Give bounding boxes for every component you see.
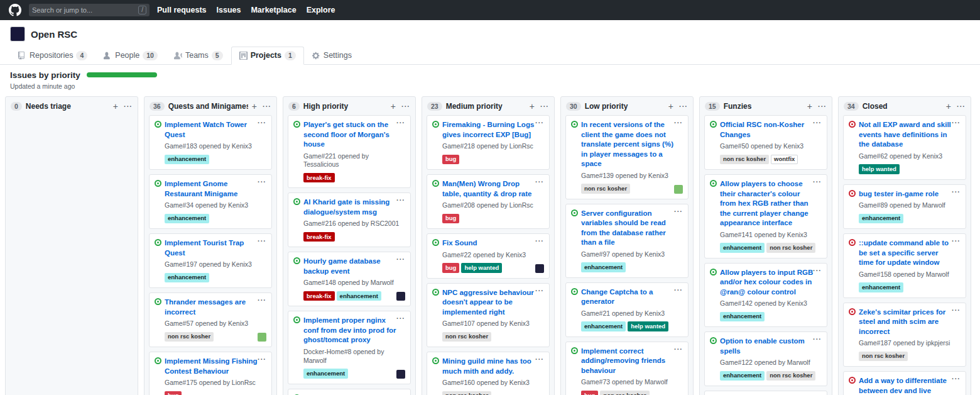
issue-card[interactable]: ··· In recent versions of the client the… bbox=[565, 115, 689, 199]
nav-marketplace[interactable]: Marketplace bbox=[251, 6, 296, 14]
card-title[interactable]: Allow players to input RGB and/or hex co… bbox=[720, 268, 822, 298]
issue-card[interactable]: ··· Implement Gnome Restaurant Minigame … bbox=[149, 174, 272, 229]
nav-issues[interactable]: Issues bbox=[217, 6, 241, 14]
card-menu-button[interactable]: ··· bbox=[674, 345, 683, 353]
issue-card[interactable]: ··· Server configuration variables shoul… bbox=[565, 204, 689, 278]
card-title[interactable]: Hourly game database backup event bbox=[303, 257, 405, 276]
card-title[interactable]: Implement Tourist Trap Quest bbox=[165, 238, 266, 258]
column-menu-button[interactable]: ··· bbox=[124, 103, 133, 110]
avatar[interactable] bbox=[535, 264, 544, 273]
card-menu-button[interactable]: ··· bbox=[813, 267, 822, 274]
issue-card[interactable]: ··· NPC aggressive behaviour doesn't app… bbox=[427, 283, 550, 348]
card-title[interactable]: Thrander messages are incorrect bbox=[165, 298, 266, 317]
card-menu-button[interactable]: ··· bbox=[674, 119, 683, 126]
card-title[interactable]: Implement Gnome Restaurant Minigame bbox=[165, 179, 266, 199]
card-menu-button[interactable]: ··· bbox=[258, 119, 266, 126]
card-title[interactable]: Firemaking - Burning Logs gives incorrec… bbox=[442, 120, 544, 140]
avatar[interactable] bbox=[674, 185, 683, 194]
issue-card[interactable]: ··· Implement correct adding/removing fr… bbox=[565, 342, 689, 395]
card-menu-button[interactable]: ··· bbox=[535, 119, 544, 126]
card-menu-button[interactable]: ··· bbox=[396, 196, 405, 204]
nav-pull-requests[interactable]: Pull requests bbox=[157, 6, 207, 14]
card-menu-button[interactable]: ··· bbox=[396, 314, 405, 322]
card-menu-button[interactable]: ··· bbox=[258, 296, 266, 304]
card-title[interactable]: ::update command able to be set a specif… bbox=[859, 238, 961, 268]
issue-card[interactable]: ··· Man(Men) Wrong Drop table, quantity … bbox=[427, 174, 550, 229]
card-title[interactable]: In recent versions of the client the gam… bbox=[581, 120, 683, 169]
nav-explore[interactable]: Explore bbox=[307, 6, 335, 14]
card-menu-button[interactable]: ··· bbox=[258, 178, 266, 186]
avatar[interactable] bbox=[258, 333, 266, 342]
column-menu-button[interactable]: ··· bbox=[263, 103, 271, 110]
issue-card[interactable]: ··· Option to enable custom spells Game#… bbox=[704, 331, 827, 386]
issue-card[interactable]: ··· bug tester in-game role Game#89 open… bbox=[843, 184, 966, 230]
issue-card[interactable]: ··· Hourly game database backup event Ga… bbox=[288, 252, 411, 306]
issue-card[interactable]: ··· Implement proper nginx conf from dev… bbox=[288, 311, 411, 384]
card-title[interactable]: bug tester in-game role bbox=[859, 189, 961, 199]
card-title[interactable]: Man(Men) Wrong Drop table, quantity & dr… bbox=[442, 179, 544, 199]
issue-card[interactable]: ··· Add a way to differentiate between d… bbox=[843, 371, 966, 395]
github-logo-icon[interactable] bbox=[9, 4, 21, 16]
issue-card[interactable]: ··· Firemaking - Burning Logs gives inco… bbox=[427, 115, 550, 170]
card-menu-button[interactable]: ··· bbox=[952, 375, 961, 382]
column-menu-button[interactable]: ··· bbox=[679, 103, 688, 110]
card-title[interactable]: Player's get stuck on the second floor o… bbox=[303, 120, 405, 150]
card-menu-button[interactable]: ··· bbox=[258, 237, 266, 245]
issue-card[interactable]: ··· Thrander messages are incorrect Game… bbox=[149, 292, 272, 347]
add-card-button[interactable]: + bbox=[530, 102, 535, 111]
issue-card[interactable]: ··· Change Captcha to a generator Game#2… bbox=[565, 282, 689, 337]
add-card-button[interactable]: + bbox=[668, 102, 673, 111]
card-menu-button[interactable]: ··· bbox=[952, 237, 961, 245]
add-card-button[interactable]: + bbox=[252, 102, 257, 111]
card-title[interactable]: Not all EXP award and skill events have … bbox=[859, 120, 961, 150]
card-title[interactable]: Mining guild mine has too much mith and … bbox=[442, 357, 544, 376]
card-menu-button[interactable]: ··· bbox=[535, 178, 544, 186]
card-menu-button[interactable]: ··· bbox=[396, 119, 405, 126]
card-title[interactable]: Implement Missing Fishing Contest Behavi… bbox=[165, 357, 266, 376]
card-menu-button[interactable]: ··· bbox=[674, 286, 683, 294]
issue-card[interactable]: ··· Be able to completely disable lotter… bbox=[704, 391, 827, 395]
issue-card[interactable]: ··· Player's get stuck on the second flo… bbox=[288, 115, 411, 188]
issue-card[interactable]: ··· Validate that a human is creating ch… bbox=[288, 389, 411, 395]
tab-people[interactable]: People 10 bbox=[95, 47, 166, 65]
column-menu-button[interactable]: ··· bbox=[401, 103, 410, 110]
issue-card[interactable]: ··· Allow players to choose their charac… bbox=[704, 174, 827, 259]
card-title[interactable]: Change Captcha to a generator bbox=[581, 287, 683, 307]
card-menu-button[interactable]: ··· bbox=[813, 119, 822, 126]
card-title[interactable]: Add a way to differentiate between dev a… bbox=[859, 376, 961, 395]
avatar[interactable] bbox=[396, 370, 405, 379]
card-title[interactable]: Fix Sound bbox=[442, 238, 544, 248]
issue-card[interactable]: ··· Implement Tourist Trap Quest Game#19… bbox=[149, 233, 272, 288]
card-title[interactable]: Allow players to choose their character'… bbox=[720, 179, 822, 228]
card-title[interactable]: Implement proper nginx conf from dev int… bbox=[303, 316, 405, 345]
card-title[interactable]: Implement correct adding/removing friend… bbox=[581, 347, 683, 376]
issue-card[interactable]: ··· Official RSC non-Kosher Changes Game… bbox=[704, 115, 827, 170]
avatar[interactable] bbox=[396, 292, 405, 301]
card-menu-button[interactable]: ··· bbox=[396, 392, 405, 395]
column-menu-button[interactable]: ··· bbox=[957, 103, 966, 110]
tab-projects[interactable]: Projects 1 bbox=[231, 47, 304, 65]
card-menu-button[interactable]: ··· bbox=[813, 178, 822, 186]
issue-card[interactable]: ··· Not all EXP award and skill events h… bbox=[843, 115, 966, 180]
search-input[interactable] bbox=[32, 6, 138, 14]
column-menu-button[interactable]: ··· bbox=[818, 103, 827, 110]
add-card-button[interactable]: + bbox=[807, 102, 812, 111]
tab-teams[interactable]: Teams 5 bbox=[166, 47, 231, 65]
add-card-button[interactable]: + bbox=[391, 102, 396, 111]
tab-repositories[interactable]: Repositories 4 bbox=[10, 47, 95, 65]
issue-card[interactable]: ··· Zeke's scimitar prices for steel and… bbox=[843, 303, 966, 367]
card-menu-button[interactable]: ··· bbox=[952, 188, 961, 196]
card-title[interactable]: Official RSC non-Kosher Changes bbox=[720, 120, 822, 140]
card-menu-button[interactable]: ··· bbox=[952, 306, 961, 314]
card-title[interactable]: Implement Watch Tower Quest bbox=[165, 120, 266, 140]
issue-card[interactable]: ··· Implement Watch Tower Quest Game#183… bbox=[149, 115, 272, 170]
org-avatar[interactable] bbox=[10, 26, 25, 42]
org-name[interactable]: Open RSC bbox=[31, 29, 77, 40]
card-menu-button[interactable]: ··· bbox=[674, 208, 683, 215]
issue-card[interactable]: ··· Allow players to input RGB and/or he… bbox=[704, 263, 827, 328]
issue-card[interactable]: ··· Fix Sound Game#22 opened by Kenix3 b… bbox=[427, 233, 550, 279]
search-box[interactable]: / bbox=[29, 4, 150, 16]
card-menu-button[interactable]: ··· bbox=[396, 255, 405, 263]
card-menu-button[interactable]: ··· bbox=[535, 237, 544, 245]
card-title[interactable]: Option to enable custom spells bbox=[720, 337, 822, 356]
